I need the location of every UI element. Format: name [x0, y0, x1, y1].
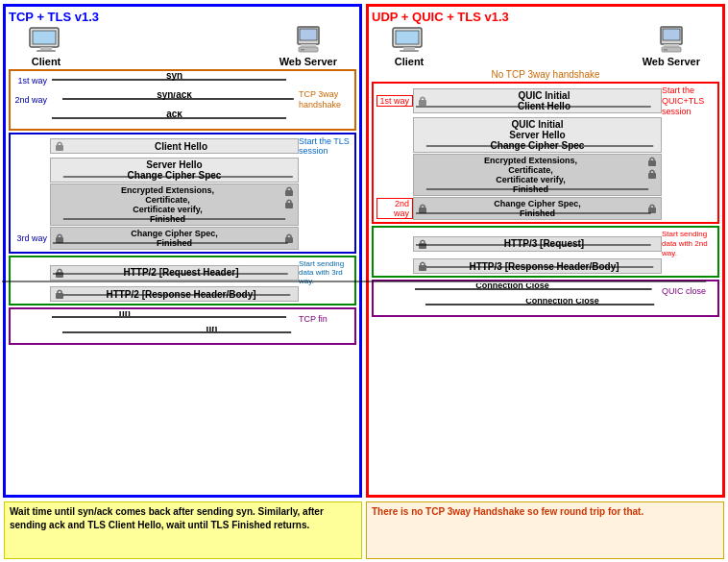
- quic-tls-label: Start the QUIC+TLS session: [662, 86, 715, 116]
- svg-text:fin: fin: [119, 311, 131, 318]
- svg-text:syn/ack: syn/ack: [157, 92, 192, 100]
- right-note: There is no TCP 3way Handshake so few ro…: [366, 501, 724, 559]
- tcp-fin-label: TCP fin: [299, 314, 352, 324]
- syn-arrow: syn: [50, 73, 299, 86]
- svg-rect-52: [664, 49, 667, 51]
- server-icon-left: [290, 26, 327, 55]
- left-panel-title: TCP + TLS v1.3: [9, 10, 356, 24]
- svg-rect-46: [403, 47, 415, 50]
- svg-text:Connection Close: Connection Close: [525, 299, 599, 305]
- http3-request-arrow: [414, 239, 661, 251]
- svg-rect-59: [648, 173, 656, 179]
- start-sending-label: Start sending data with 2nd way.: [662, 230, 715, 257]
- computer-icon-right-client: [391, 26, 427, 55]
- fin-left-arrow: fin: [50, 327, 299, 339]
- svg-rect-50: [664, 44, 679, 47]
- computer-icon-left-client: [28, 26, 64, 55]
- svg-text:ack: ack: [166, 111, 182, 119]
- svg-text:Connection Close: Connection Close: [475, 283, 549, 290]
- quic-enc-ext-arrow: [414, 183, 661, 195]
- svg-text:syn: syn: [166, 73, 182, 81]
- lock-icon-2: [283, 185, 295, 197]
- svg-rect-45: [396, 31, 419, 44]
- http2-response-arrow: [51, 289, 298, 301]
- svg-rect-6: [301, 44, 316, 47]
- tls-session-label: Start the TLS session: [299, 136, 352, 158]
- svg-text:fin: fin: [206, 327, 217, 333]
- cipher-finished-arrow-left: [51, 237, 298, 249]
- svg-rect-58: [648, 160, 656, 166]
- svg-rect-24: [285, 190, 293, 196]
- svg-rect-19: [56, 145, 63, 151]
- quic-server-hello-arrow: [414, 140, 661, 152]
- right-server-actor: Web Server: [643, 26, 700, 67]
- right-panel-title: UDP + QUIC + TLS v1.3: [372, 10, 719, 24]
- left-client-actor: Client: [28, 26, 64, 67]
- quic-cipher-finished-arrow: [414, 208, 661, 219]
- conn-close-right-arrow: Connection Close: [413, 283, 662, 296]
- tcp-handshake-label: TCP 3way handshake: [299, 89, 352, 110]
- left-server-actor: Web Server: [279, 26, 337, 67]
- lock-icon-3: [283, 198, 295, 209]
- svg-rect-2: [40, 47, 52, 50]
- http2-request-arrow: [51, 268, 298, 280]
- svg-rect-49: [663, 29, 680, 40]
- http3-response-arrow: [414, 261, 661, 273]
- svg-rect-8: [301, 49, 304, 51]
- svg-rect-47: [400, 50, 419, 52]
- svg-rect-1: [33, 31, 56, 44]
- server-hello-arrow: [51, 171, 298, 183]
- synack-arrow: syn/ack: [50, 92, 299, 106]
- svg-rect-5: [300, 29, 317, 40]
- svg-rect-3: [36, 50, 56, 52]
- lock-icon-q3: [646, 168, 658, 180]
- no-tcp-label: No TCP 3way handshake: [372, 69, 719, 80]
- lock-icon-q2: [646, 156, 658, 167]
- left-client-label: Client: [32, 56, 61, 67]
- server-icon-right: [653, 26, 690, 55]
- svg-rect-25: [285, 203, 293, 208]
- right-server-label: Web Server: [643, 56, 700, 67]
- left-server-label: Web Server: [279, 56, 337, 67]
- right-client-label: Client: [395, 56, 425, 67]
- ack-arrow: ack: [50, 111, 299, 125]
- left-note: Wait time until syn/ack comes back after…: [4, 501, 362, 559]
- quic-client-hello-arrow: [414, 101, 661, 112]
- lock-icon-1: [54, 140, 65, 152]
- fin-right-arrow: fin: [50, 311, 299, 324]
- encrypted-ext-arrow: [51, 213, 298, 225]
- right-client-actor: Client: [391, 26, 427, 67]
- conn-close-left-arrow: Connection Close: [413, 299, 662, 311]
